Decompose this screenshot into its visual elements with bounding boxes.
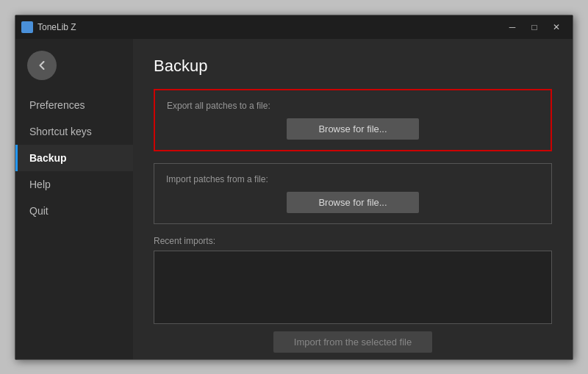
import-section: Import patches from a file: Browse for f… [154, 163, 552, 224]
sidebar-item-help[interactable]: Help [15, 171, 133, 198]
import-label: Import patches from a file: [166, 174, 539, 184]
minimize-button[interactable]: ─ [502, 20, 523, 35]
import-browse-button[interactable]: Browse for file... [287, 192, 419, 213]
recent-imports-container: Recent imports: Import from the selected… [154, 236, 552, 353]
import-selected-button[interactable]: Import from the selected file [273, 331, 432, 353]
page-title: Backup [154, 57, 552, 76]
sidebar-item-backup[interactable]: Backup [15, 145, 133, 171]
sidebar: Preferences Shortcut keys Backup Help Qu… [15, 39, 133, 359]
sidebar-item-quit[interactable]: Quit [15, 198, 133, 224]
window-controls: ─ □ ✕ [502, 20, 567, 35]
titlebar-left: ToneLib Z [21, 21, 76, 33]
app-title: ToneLib Z [37, 22, 76, 32]
svg-rect-0 [24, 24, 31, 31]
back-button[interactable] [27, 51, 57, 80]
recent-imports-label: Recent imports: [154, 236, 552, 246]
content-area: Backup Export all patches to a file: Bro… [133, 39, 573, 359]
titlebar: ToneLib Z ─ □ ✕ [15, 15, 573, 39]
recent-imports-list [154, 251, 552, 324]
sidebar-item-shortcut-keys[interactable]: Shortcut keys [15, 118, 133, 145]
export-browse-button[interactable]: Browse for file... [287, 118, 419, 140]
app-icon [21, 21, 33, 33]
main-area: Preferences Shortcut keys Backup Help Qu… [15, 39, 573, 359]
close-button[interactable]: ✕ [546, 20, 567, 35]
export-label: Export all patches to a file: [167, 101, 539, 111]
app-window: ToneLib Z ─ □ ✕ Preferences Shortcut key… [15, 15, 573, 360]
sidebar-item-preferences[interactable]: Preferences [15, 92, 133, 118]
maximize-button[interactable]: □ [524, 20, 545, 35]
export-section: Export all patches to a file: Browse for… [154, 89, 552, 151]
